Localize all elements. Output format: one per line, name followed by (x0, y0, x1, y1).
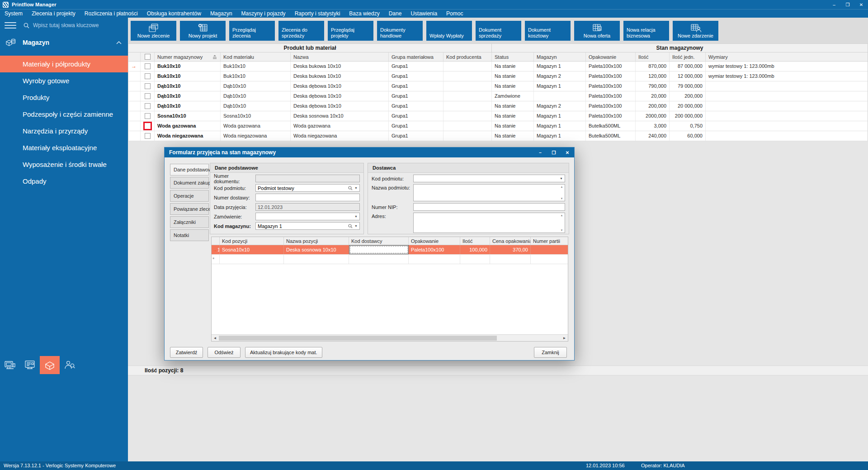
close-icon[interactable]: ✕ (854, 0, 868, 9)
menu-item[interactable]: Raporty i statystyki (290, 10, 345, 17)
column-header[interactable]: Magazyn (534, 52, 586, 61)
dropdown-caret-icon[interactable]: ▼ (560, 177, 563, 180)
supplier-adres-textarea[interactable]: ▲▼ (413, 213, 565, 233)
tab-powiazane-zlecenia[interactable]: Powiązane zlecenia (170, 203, 209, 215)
row-checkbox[interactable] (145, 133, 151, 139)
cell-nazwa-pozycji[interactable] (284, 255, 349, 264)
sidebar-section-magazyn[interactable]: Magazyn (0, 33, 128, 52)
column-header[interactable]: Ilość jedn. (670, 52, 706, 61)
hamburger-icon[interactable] (5, 22, 16, 28)
tab-operacje[interactable]: Operacje (170, 190, 209, 202)
new-business-relation-button[interactable]: Nowa relacja biznesowa (623, 21, 669, 41)
menu-item[interactable]: Ustawienia (406, 10, 442, 17)
cell-ilosc[interactable]: 100,000 (460, 245, 490, 254)
table-row[interactable]: → Dąb10x10 Dąb10x10 Deska dębowa 10x10 G… (128, 81, 868, 91)
supplier-nazwa-textarea[interactable]: ▲▼ (413, 184, 565, 201)
row-checkbox[interactable] (145, 63, 151, 69)
sales-document-button[interactable]: Dokument sprzedaży (476, 21, 521, 41)
grid-column-header[interactable]: Ilość (460, 237, 490, 245)
column-header[interactable]: Wymiary (706, 52, 868, 61)
grid-row-new[interactable]: * (212, 255, 568, 264)
cell-kod-pozycji[interactable]: Sosna10x10 (220, 245, 284, 254)
menu-item[interactable]: Obsługa kontrahentów (142, 10, 206, 17)
column-header[interactable]: Nazwa (291, 52, 389, 61)
grid-row-selected[interactable]: →1 Sosna10x10 Deska sosnowa 10x10 Paleta… (212, 245, 568, 255)
grid-column-header[interactable]: Numer partii (531, 237, 568, 245)
table-row[interactable]: → Woda gazowana Woda gazowana Woda gazow… (128, 121, 868, 131)
table-row[interactable]: → Buk10x10 Buk10x10 Deska bukowa 10x10 G… (128, 71, 868, 81)
dialog-close-icon[interactable]: ✕ (561, 147, 574, 157)
refresh-button[interactable]: Odśwież (208, 347, 241, 358)
tab-notatki[interactable]: Notatki (170, 229, 209, 241)
sidebar-item[interactable]: Odpady (0, 173, 128, 190)
sidebar-item[interactable]: Materiały i półprodukty (0, 56, 128, 72)
sidebar-item[interactable]: Produkty (0, 89, 128, 106)
row-checkbox[interactable] (145, 113, 151, 119)
close-dialog-button[interactable]: Zamknij (534, 347, 567, 358)
cell-cena-opakowania[interactable]: 370,00 (490, 245, 531, 254)
menu-item[interactable]: Dane (384, 10, 406, 17)
column-header[interactable]: Numer magazynowy (155, 52, 221, 61)
sidebar-item[interactable]: Materiały eksploatacyjne (0, 139, 128, 156)
tab-dokument-zakupu[interactable]: Dokument zakupu (170, 177, 209, 189)
dropdown-caret-icon[interactable]: ▼ (354, 224, 358, 228)
column-header[interactable]: Kod producenta (443, 52, 492, 61)
cell-cena-opakowania[interactable] (490, 255, 531, 264)
menu-item[interactable]: Baza wiedzy (344, 10, 384, 17)
update-missing-codes-button[interactable]: Aktualizuj brakujące kody mat. (245, 347, 322, 358)
tab-zalaczniki[interactable]: Załączniki (170, 216, 209, 228)
column-header[interactable]: Grupa materiałowa (389, 52, 443, 61)
payments-button[interactable]: Wpłaty Wypłaty (426, 21, 472, 41)
row-checkbox[interactable] (145, 83, 151, 89)
table-row[interactable]: → Buk10x10 Buk10x10 Deska bukowa 10x10 G… (128, 62, 868, 71)
cell-kod-dostawcy-editor[interactable] (349, 245, 409, 254)
cell-opakowanie[interactable]: Paleta100x100 (409, 245, 460, 254)
warehouse-module-icon[interactable] (40, 356, 60, 374)
row-checkbox[interactable] (145, 73, 151, 79)
browse-orders-button[interactable]: Przeglądaj zlecenia (229, 21, 275, 41)
cell-ilosc[interactable] (460, 255, 490, 264)
sidebar-item[interactable]: Wyroby gotowe (0, 72, 128, 89)
confirm-button[interactable]: Zatwierdź (170, 347, 203, 358)
kod-magazynu-lookup[interactable] (256, 223, 348, 229)
chevron-up-icon[interactable] (116, 41, 122, 44)
row-checkbox[interactable] (145, 103, 151, 109)
new-offer-button[interactable]: $ Nowa oferta (574, 21, 620, 41)
column-header[interactable]: Opakowanie (586, 52, 636, 61)
spin-arrows-icon[interactable]: ▲▼ (559, 214, 564, 232)
search-input[interactable] (33, 22, 114, 28)
column-header[interactable]: Kod materiału (221, 52, 291, 61)
grid-column-header[interactable]: Kod pozycji (220, 237, 284, 245)
kod-podmiotu-lookup[interactable] (256, 185, 348, 191)
zamowienie-dropdown[interactable] (256, 214, 354, 219)
cell-kod-pozycji[interactable] (220, 255, 284, 264)
grid-column-header[interactable]: Nazwa pozycji (284, 237, 349, 245)
cell-numer-partii[interactable] (531, 255, 568, 264)
terminal-module-icon[interactable] (20, 356, 40, 374)
horizontal-scrollbar[interactable]: ◄ ► (212, 334, 568, 341)
sidebar-item[interactable]: Wyposażenie i środki trwałe (0, 156, 128, 173)
new-project-button[interactable]: Nowy projekt (180, 21, 226, 41)
supplier-kod-podmiotu-dropdown[interactable] (414, 176, 560, 181)
row-checkbox[interactable] (145, 93, 151, 99)
cost-document-button[interactable]: Dokument kosztowy (525, 21, 571, 41)
cell-numer-partii[interactable] (531, 245, 568, 254)
cell-nazwa-pozycji[interactable]: Deska sosnowa 10x10 (284, 245, 349, 254)
sidebar-item[interactable]: Narzędzia i przyrządy (0, 123, 128, 139)
cell-kod-dostawcy[interactable] (349, 255, 409, 264)
cell-opakowanie[interactable] (409, 255, 460, 264)
select-all-checkbox[interactable] (141, 52, 155, 61)
tab-dane-podstawowe[interactable]: Dane podstawowe (170, 164, 209, 176)
production-module-icon[interactable] (0, 356, 20, 374)
menu-item[interactable]: Pomoc (442, 10, 467, 17)
grid-column-header[interactable]: Kod dostawcy (349, 237, 409, 245)
maximize-icon[interactable]: ❐ (841, 0, 854, 9)
scroll-left-icon[interactable]: ◄ (212, 335, 218, 341)
column-header[interactable]: Status (492, 52, 534, 61)
scrollbar-thumb[interactable] (219, 336, 497, 341)
dialog-maximize-icon[interactable]: ❐ (547, 147, 561, 157)
new-order-button[interactable]: Nowe zlecenie (131, 21, 176, 41)
sidebar-search[interactable] (24, 22, 128, 28)
table-row[interactable]: → Woda niegazowana Woda niegazowana Woda… (128, 131, 868, 141)
table-row[interactable]: → Dąb10x10 Dąb10x10 Deska dębowa 10x10 G… (128, 101, 868, 111)
